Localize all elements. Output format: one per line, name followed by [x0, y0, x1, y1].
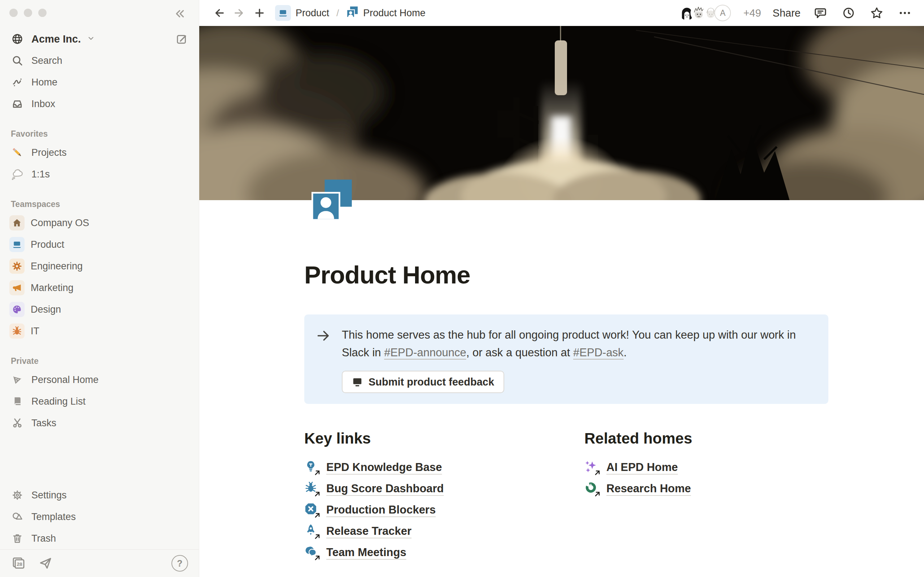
page-link-research-home[interactable]: Research Home	[584, 478, 828, 499]
main-area: Product / Product Home	[199, 0, 924, 577]
minimize-window-button[interactable]	[24, 9, 32, 17]
page-link-label: EPD Knowledge Base	[326, 461, 442, 474]
page-link-team-meetings[interactable]: Team Meetings	[304, 542, 548, 563]
share-button[interactable]: Share	[773, 7, 801, 19]
workspace-switcher[interactable]: Acme Inc.	[0, 28, 199, 50]
sidebar-item-label: Engineering	[31, 261, 82, 272]
thought-balloon-icon	[10, 166, 25, 182]
calendar-icon[interactable]: 28	[11, 555, 27, 571]
sidebar-item-search[interactable]: Search	[0, 50, 199, 71]
scissors-icon	[10, 415, 25, 431]
updates-clock-icon[interactable]	[840, 5, 857, 21]
close-window-button[interactable]	[10, 9, 18, 17]
collapse-sidebar-icon[interactable]	[172, 6, 187, 21]
sidebar-item-design[interactable]: Design	[0, 298, 199, 320]
sidebar-item-reading-list[interactable]: Reading List	[0, 390, 199, 412]
sidebar-item-label: Trash	[31, 533, 56, 544]
laptop-icon	[10, 237, 24, 252]
pencil-icon	[10, 145, 25, 161]
workspace-name: Acme Inc.	[31, 33, 81, 45]
comments-icon[interactable]	[812, 5, 829, 21]
sidebar-item-projects[interactable]: Projects	[0, 142, 199, 163]
megaphone-icon	[10, 280, 24, 295]
sidebar-item-personal-home[interactable]: Personal Home	[0, 369, 199, 390]
new-tab-plus-icon[interactable]	[251, 5, 268, 21]
slack-link-epd-ask[interactable]: #EPD-ask	[573, 346, 624, 359]
page-link-label: Release Tracker	[326, 525, 412, 538]
key-links-column: Key links EPD Knowledge Base	[304, 430, 548, 563]
presence-overflow-count[interactable]: +49	[743, 7, 761, 19]
palette-icon	[10, 302, 24, 317]
breadcrumb-separator: /	[336, 8, 339, 19]
help-icon[interactable]: ?	[171, 555, 188, 572]
contact-card-icon	[346, 6, 359, 21]
sidebar-item-marketing[interactable]: Marketing	[0, 277, 199, 298]
speech-bubbles-icon	[304, 545, 320, 560]
page-link-release-tracker[interactable]: Release Tracker	[304, 521, 548, 542]
trash-icon	[10, 530, 25, 546]
arrow-right-icon	[316, 326, 333, 393]
sidebar-item-company-os[interactable]: Company OS	[0, 212, 199, 234]
sidebar-item-engineering[interactable]: Engineering	[0, 255, 199, 277]
sidebar-item-label: Projects	[31, 147, 67, 158]
page-link-production-blockers[interactable]: Production Blockers	[304, 499, 548, 521]
window-controls	[10, 9, 47, 17]
slack-link-epd-announce[interactable]: #EPD-announce	[384, 346, 466, 359]
compose-new-page-icon[interactable]	[174, 31, 189, 47]
back-icon[interactable]	[211, 5, 228, 21]
sidebar-item-label: Templates	[31, 511, 76, 522]
page-link-bug-score-dashboard[interactable]: Bug Score Dashboard	[304, 478, 548, 499]
sidebar-item-templates[interactable]: Templates	[0, 506, 199, 528]
book-icon	[10, 393, 25, 409]
section-header-favorites[interactable]: Favorites	[0, 129, 199, 139]
zoom-window-button[interactable]	[38, 9, 47, 17]
forward-icon[interactable]	[231, 5, 247, 21]
shapes-icon	[10, 509, 25, 525]
sidebar-footer: 28 ?	[0, 549, 199, 577]
lightbulb-icon	[304, 460, 320, 475]
section-header-private[interactable]: Private	[0, 356, 199, 366]
submit-product-feedback-button[interactable]: Submit product feedback	[342, 371, 504, 393]
page-link-label: Team Meetings	[326, 546, 406, 559]
sidebar-item-settings[interactable]: Settings	[0, 484, 199, 506]
sidebar-item-inbox[interactable]: Inbox	[0, 93, 199, 115]
sidebar-item-trash[interactable]: Trash	[0, 528, 199, 549]
paper-plane-icon[interactable]	[37, 555, 53, 571]
sidebar-item-1-1s[interactable]: 1:1s	[0, 163, 199, 185]
breadcrumb-product-home[interactable]: Product Home	[342, 4, 429, 22]
chevron-down-icon	[87, 34, 95, 45]
inbox-icon	[10, 96, 25, 112]
sidebar-item-label: Search	[31, 55, 63, 66]
related-homes-column: Related homes AI EPD Home Res	[584, 430, 828, 563]
breadcrumb-label: Product	[296, 8, 329, 19]
sidebar: Acme Inc. Search Home Inbox	[0, 0, 199, 577]
page-link-label: AI EPD Home	[606, 461, 678, 474]
topbar-actions: A +49 Share	[678, 5, 913, 21]
two-column-layout: Key links EPD Knowledge Base	[304, 430, 828, 563]
sparkles-icon	[584, 460, 599, 475]
sidebar-item-label: Home	[31, 77, 57, 88]
house-icon	[10, 215, 24, 230]
sidebar-item-label: Design	[31, 304, 61, 315]
bug-icon	[304, 481, 320, 496]
page-link-ai-epd-home[interactable]: AI EPD Home	[584, 456, 828, 478]
page-cover-image	[199, 26, 924, 200]
sidebar-system-group: Settings Templates Trash 28	[0, 484, 199, 577]
section-header-teamspaces[interactable]: Teamspaces	[0, 200, 199, 209]
more-options-icon[interactable]	[897, 5, 913, 21]
rocket-icon	[304, 524, 320, 539]
notion-app-window: Acme Inc. Search Home Inbox	[0, 0, 924, 577]
section-heading: Related homes	[584, 430, 828, 447]
page-icon-contact-card[interactable]	[312, 180, 353, 221]
laptop-screen-icon	[352, 377, 363, 387]
sidebar-item-home[interactable]: Home	[0, 71, 199, 93]
page-link-epd-knowledge-base[interactable]: EPD Knowledge Base	[304, 456, 548, 478]
bug-icon	[10, 324, 24, 338]
sidebar-item-it[interactable]: IT	[0, 320, 199, 342]
callout-text-part: , or ask a question at	[466, 346, 573, 359]
breadcrumb-product[interactable]: Product	[271, 3, 333, 23]
favorite-star-icon[interactable]	[868, 5, 885, 21]
sidebar-item-tasks[interactable]: Tasks	[0, 412, 199, 434]
presence-avatars[interactable]: A	[678, 5, 731, 21]
sidebar-item-product[interactable]: Product	[0, 234, 199, 255]
